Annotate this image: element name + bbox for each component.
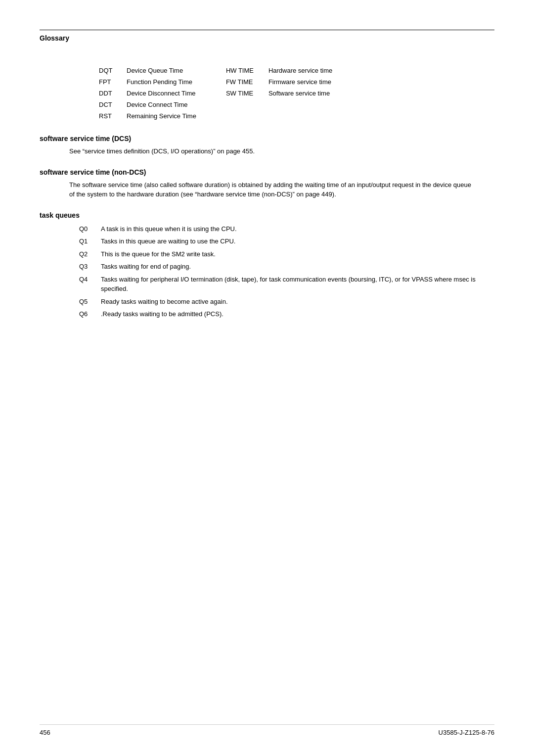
abbrev-left-column: DQTDevice Queue TimeFPTFunction Pending …: [99, 67, 196, 120]
abbreviation-table: DQTDevice Queue TimeFPTFunction Pending …: [99, 67, 494, 120]
abbrev-row: HW TIMEHardware service time: [226, 67, 332, 74]
abbrev-code: DQT: [99, 67, 119, 74]
queue-code: Q4: [79, 276, 93, 283]
queue-description: Ready tasks waiting to become active aga…: [101, 297, 228, 307]
abbrev-code: FW TIME: [226, 78, 261, 86]
task-queues-section: task queues Q0A task is in this queue wh…: [40, 211, 494, 319]
abbrev-right-column: HW TIMEHardware service timeFW TIMEFirmw…: [226, 67, 332, 120]
queue-row: Q3Tasks waiting for end of paging.: [79, 262, 494, 272]
abbrev-description: Remaining Service Time: [127, 112, 196, 120]
queue-row: Q6.Ready tasks waiting to be admitted (P…: [79, 309, 494, 319]
abbrev-row: RSTRemaining Service Time: [99, 112, 196, 120]
queue-description: Tasks waiting for peripheral I/O termina…: [101, 275, 487, 294]
abbrev-description: Software service time: [268, 90, 330, 97]
footer-doc-number: U3585-J-Z125-8-76: [439, 729, 494, 736]
queue-code: Q2: [79, 250, 93, 258]
header-title: Glossary: [40, 34, 69, 42]
abbrev-row: FW TIMEFirmware service time: [226, 78, 332, 86]
abbrev-row: SW TIMESoftware service time: [226, 90, 332, 97]
task-queues-heading: task queues: [40, 211, 494, 219]
abbrev-description: Firmware service time: [268, 78, 331, 86]
abbrev-description: Device Connect Time: [127, 101, 188, 108]
abbrev-description: Function Pending Time: [127, 78, 192, 86]
abbrev-code: FPT: [99, 78, 119, 86]
abbrev-code: DDT: [99, 90, 119, 97]
abbrev-description: Device Disconnect Time: [127, 90, 195, 97]
queue-row: Q0A task is in this queue when it is usi…: [79, 224, 494, 234]
queue-description: A task is in this queue when it is using…: [101, 224, 237, 234]
queue-row: Q1Tasks in this queue are waiting to use…: [79, 236, 494, 246]
section-software-service-time-dcs: software service time (DCS) See “service…: [40, 135, 494, 156]
abbrev-code: RST: [99, 112, 119, 120]
page-container: Glossary DQTDevice Queue TimeFPTFunction…: [0, 0, 534, 756]
section-software-service-time-non-dcs: software service time (non-DCS) The soft…: [40, 168, 494, 199]
queue-row: Q4Tasks waiting for peripheral I/O termi…: [79, 275, 494, 294]
queue-description: This is the queue for the SM2 write task…: [101, 249, 216, 259]
footer-page-number: 456: [40, 729, 50, 736]
header-section: Glossary: [40, 30, 494, 42]
abbrev-description: Hardware service time: [268, 67, 332, 74]
section-heading-dcs: software service time (DCS): [40, 135, 494, 142]
queue-code: Q0: [79, 225, 93, 233]
queue-row: Q5Ready tasks waiting to become active a…: [79, 297, 494, 307]
abbrev-description: Device Queue Time: [127, 67, 183, 74]
queue-code: Q6: [79, 310, 93, 318]
abbrev-row: DCTDevice Connect Time: [99, 101, 196, 108]
section-content-dcs: See “service times definition (DCS, I/O …: [69, 146, 475, 156]
footer-section: 456 U3585-J-Z125-8-76: [40, 724, 494, 736]
abbrev-code: SW TIME: [226, 90, 261, 97]
queue-description: .Ready tasks waiting to be admitted (PCS…: [101, 309, 223, 319]
abbrev-row: DQTDevice Queue Time: [99, 67, 196, 74]
abbrev-row: FPTFunction Pending Time: [99, 78, 196, 86]
abbrev-code: DCT: [99, 101, 119, 108]
queue-description: Tasks in this queue are waiting to use t…: [101, 236, 235, 246]
section-heading-non-dcs: software service time (non-DCS): [40, 168, 494, 176]
queue-description: Tasks waiting for end of paging.: [101, 262, 191, 272]
queue-code: Q1: [79, 237, 93, 245]
queue-code: Q5: [79, 298, 93, 305]
abbrev-row: DDTDevice Disconnect Time: [99, 90, 196, 97]
section-content-non-dcs: The software service time (also called s…: [69, 180, 475, 199]
queue-row: Q2This is the queue for the SM2 write ta…: [79, 249, 494, 259]
queue-code: Q3: [79, 263, 93, 270]
abbrev-code: HW TIME: [226, 67, 261, 74]
queue-list: Q0A task is in this queue when it is usi…: [79, 224, 494, 319]
